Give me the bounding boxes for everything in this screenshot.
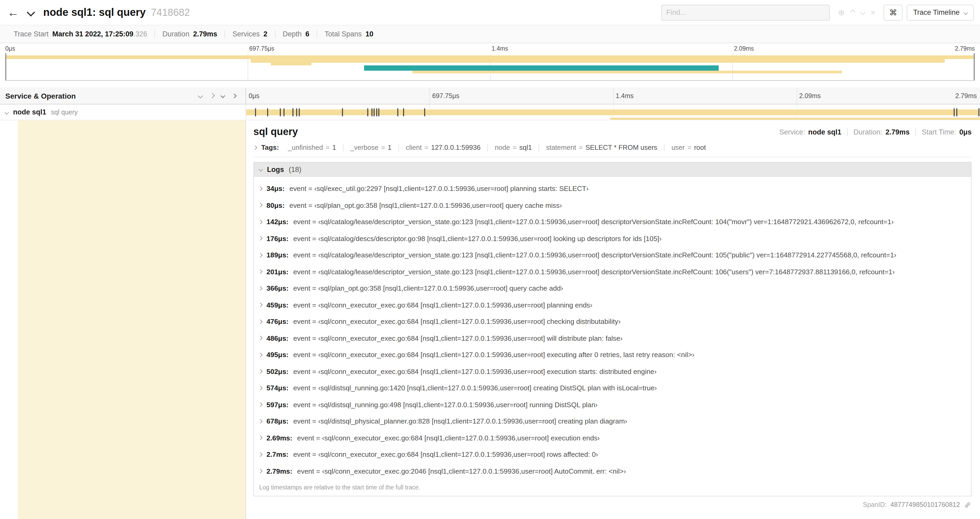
log-marker-tick [397,108,398,116]
trace-timeline-page: ← node sql1: sql query 7418682 ⊕ × ⌘ Tra… [0,0,980,519]
trace-header-collapse-toggle[interactable] [23,5,39,20]
log-entry[interactable]: 502μs: event = ‹sql/conn_executor_exec.g… [259,363,967,380]
log-timestamp: 142μs: [267,218,289,226]
collapse-one-icon[interactable] [198,93,203,98]
minimap-span-bar [412,71,842,73]
log-timestamp: 678μs: [267,417,289,425]
summary-label: Depth [283,30,302,38]
log-timestamp: 2.7ms: [267,451,289,458]
tag-equals: = [425,144,428,152]
log-entry[interactable]: 80μs: event = ‹sql/plan_opt.go:358 [nsql… [259,197,967,214]
logs-header[interactable]: Logs (18) [254,163,971,177]
chevron-right-icon [258,469,262,473]
log-entry[interactable]: 201μs: event = ‹sql/catalog/lease/descri… [259,263,967,280]
log-marker-tick [280,108,281,116]
span-timeline-track[interactable] [245,104,980,120]
chevron-right-icon [258,220,262,224]
log-message: event = ‹sql/plan_opt.go:358 [nsql1,clie… [290,201,562,209]
tag: _unfinished=1 [281,144,343,152]
log-timestamp: 2.79ms: [267,467,293,475]
expand-all-icon[interactable] [232,94,236,97]
log-entry[interactable]: 2.69ms: event = ‹sql/conn_executor_exec.… [259,430,967,446]
tag-key: user [671,144,685,152]
log-timestamp: 476μs: [267,318,289,326]
keyboard-shortcuts-button[interactable]: ⌘ [884,5,902,20]
expand-one-icon[interactable] [209,93,214,98]
log-entry[interactable]: 486μs: event = ‹sql/conn_executor_exec.g… [259,330,967,347]
trace-view-selector[interactable]: Trace Timeline [907,5,974,20]
chevron-right-icon [258,187,262,191]
page-title: node sql1: sql query 7418682 [43,6,190,18]
tag: user=root [664,144,713,152]
tag-value: root [694,144,706,152]
log-entry[interactable]: 495μs: event = ‹sql/conn_executor_exec.g… [259,347,967,363]
log-message: event = ‹sql/conn_executor_exec.go:684 [… [293,301,592,309]
log-marker-tick [255,108,256,116]
span-collapse-icon[interactable] [5,110,9,114]
clear-search-icon[interactable]: × [871,8,875,16]
chevron-right-icon [258,336,262,340]
span-detail-meta: Service:node sql1 Duration:2.79ms Start … [773,128,972,136]
log-entry[interactable]: 34μs: event = ‹sql/exec_util.go:2297 [ns… [259,180,967,197]
trace-view-selector-label: Trace Timeline [913,8,959,16]
back-button[interactable]: ← [3,2,23,22]
log-timestamp: 459μs: [267,301,289,309]
log-entry[interactable]: 142μs: event = ‹sql/catalog/lease/descri… [259,214,967,230]
log-entry[interactable]: 459μs: event = ‹sql/conn_executor_exec.g… [259,297,967,313]
log-timestamp: 189μs: [267,251,289,259]
selected-span-highlight [18,120,245,519]
time-tick-label: 1.4ms [616,92,633,99]
tag-key: statement [546,144,576,152]
log-timestamp: 34μs: [267,185,285,193]
tag-equals: = [579,144,583,152]
summary-label: Duration [162,30,189,38]
chevron-right-icon [258,253,262,257]
collapse-all-icon[interactable] [221,94,224,97]
span-duration-bar[interactable] [246,109,980,115]
chevron-right-icon [253,145,257,150]
log-entry[interactable]: 2.7ms: event = ‹sql/conn_executor_exec.g… [259,446,967,463]
log-message: event = ‹sql/plan_opt.go:358 [nsql1,clie… [293,284,563,292]
log-message: event = ‹sql/catalog/lease/descriptor_ve… [293,218,894,226]
find-input[interactable] [666,8,824,16]
log-message: event = ‹sql/catalog/descs/descriptor.go… [293,235,662,243]
chevron-down-icon [964,10,968,14]
minimap-left-scrubber[interactable] [5,53,6,80]
log-entry[interactable]: 366μs: event = ‹sql/plan_opt.go:358 [nsq… [259,280,967,297]
minimap-span-bar [5,55,975,59]
log-entry[interactable]: 176μs: event = ‹sql/catalog/descs/descri… [259,230,967,247]
log-entry[interactable]: 189μs: event = ‹sql/catalog/lease/descri… [259,247,967,263]
log-entry[interactable]: 597μs: event = ‹sql/distsql_running.go:4… [259,396,967,413]
log-timestamp: 574μs: [267,384,289,392]
span-detail-name-column [0,120,245,519]
zoom-icon[interactable]: ⊕ [838,8,845,16]
tag-value: SELECT * FROM users [585,144,657,152]
tag-equals: = [326,144,329,152]
tag-value: 1 [332,144,336,152]
tag-value: sql1 [519,144,532,152]
service-operation-header: Service & Operation [0,88,245,104]
meta-value: 0μs [959,128,972,136]
log-entry[interactable]: 2.79ms: event = ‹sql/conn_executor_exec.… [259,463,967,479]
log-entry[interactable]: 476μs: event = ‹sql/conn_executor_exec.g… [259,313,967,330]
log-marker-tick [378,108,379,116]
trace-id: 7418682 [151,7,190,18]
top-bar: ← node sql1: sql query 7418682 ⊕ × ⌘ Tra… [0,0,980,25]
tags-accordion[interactable]: Tags: _unfinished=1 _verbose=1 client=12… [253,144,972,157]
log-entry[interactable]: 574μs: event = ‹sql/distsql_running.go:1… [259,380,967,396]
log-marker-tick [342,108,343,116]
log-entry[interactable]: 678μs: event = ‹sql/distsql_physical_pla… [259,413,967,430]
log-message: event = ‹sql/exec_util.go:2297 [nsql1,cl… [290,185,589,193]
prev-result-icon[interactable] [850,10,855,15]
next-span-bar-partial [610,118,980,120]
log-marker-tick [403,108,404,116]
log-timestamp: 495μs: [267,351,289,359]
span-row[interactable]: node sql1 sql query [0,104,980,120]
chevron-right-icon [258,203,262,207]
minimap-right-scrubber[interactable] [974,53,975,80]
copy-link-icon[interactable] [964,501,971,508]
log-marker-tick [267,108,269,116]
next-result-icon[interactable] [860,10,865,15]
minimap-canvas[interactable] [5,53,975,81]
log-marker-tick [283,108,285,116]
